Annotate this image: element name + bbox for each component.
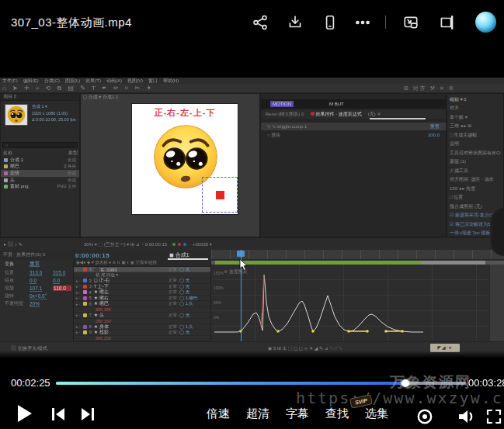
transform-rows: 位置313.0315.0锚点0.00.0缩放107.1110.0旋转0x+0.0… <box>0 268 73 307</box>
props-row: 130 ◂ ▸ 角度 <box>447 183 503 192</box>
mobile-play-icon[interactable] <box>322 14 339 31</box>
playlist-button[interactable]: 选集 <box>365 407 388 421</box>
ae-toolbar-right: ⊞ 对齐 ⚒ ✕ ⚙ <box>404 85 455 92</box>
fullscreen-icon[interactable] <box>486 409 502 424</box>
resolution-dropdown[interactable]: +00030 ▾ <box>193 242 212 247</box>
quality-button[interactable]: 超清 <box>246 407 269 421</box>
comp-text-layer: 正-右-左-上-下 <box>132 107 238 119</box>
subtitles-button[interactable]: 字幕 <box>286 407 309 421</box>
progress-played <box>56 382 405 385</box>
ae-project-panel: 项目 ≡ 合成 1 ▾1920 x 1080 (1.00)Δ 0:00:10:0… <box>0 93 80 237</box>
fx-tab-active[interactable]: 效果控件 · 速度表达式 <box>311 112 362 117</box>
fx-property-row[interactable]: ○ 滑块100.0 <box>261 131 446 139</box>
viewer-footer-icons[interactable]: ▸ ⬛ ⌕ ✎ <box>4 242 23 247</box>
project-search-input[interactable]: ⌕ <box>2 142 78 148</box>
channel-blue-dot[interactable] <box>183 243 186 246</box>
video-title: 307_03-整体动画.mp4 <box>11 16 132 30</box>
transform-properties-panel: 变换 重置 位置313.0315.0锚点0.00.0缩放107.1110.0旋转… <box>0 260 74 341</box>
play-button[interactable] <box>17 404 33 423</box>
speed-graph-curve <box>211 270 489 335</box>
download-icon[interactable] <box>287 14 304 31</box>
timeline-footer: ⬛ 切换开关/模式 ◉ ≡ ⊞ ⚓ ⬚ ◻ ◻ ⊹ ✦ ◢ ✎ ⊿ ⟍ ⟋ ⟍ <box>0 341 504 354</box>
props-row: □ 生成关键帧 <box>447 130 503 139</box>
ae-effects-panel: MOTION M BUT Rend·(独立图表) ≡ 效果控件 · 速度表达式 … <box>260 93 447 237</box>
project-item[interactable]: 素材.pngPNG 文件 <box>1 183 79 190</box>
graph-tool-icons[interactable]: ◉ ≡ ⊞ ⚓ ⬚ ◻ ◻ ⊹ ✦ ◢ ✎ ⊿ ⟍ ⟋ ⟍ <box>268 346 342 351</box>
timeline-timecode[interactable]: 0:00:00:15 <box>75 252 109 259</box>
side-panel-handle[interactable] <box>490 208 504 256</box>
graph-scroll-strip[interactable] <box>489 265 504 341</box>
props-row: □ 位置 <box>447 192 503 202</box>
fx-tab-close[interactable]: (无) ✕ <box>368 112 381 117</box>
props-row: 对齐图层: 选区 · 场本 <box>447 175 503 184</box>
zoom-level-dropdown[interactable]: 30% ▾ ⬚ (三分之一) ▾ ⊞ ⊿ ◔ 0:00:00:15 <box>84 242 167 247</box>
find-button[interactable]: 查找 <box>325 407 349 421</box>
comp-viewer-tabs[interactable]: ◻ 合成 ▾ 合成1 ≡ <box>83 94 119 101</box>
project-thumbnail <box>5 104 28 126</box>
fx-purple-chip[interactable]: MOTION <box>270 101 294 107</box>
timeline-layer-row[interactable]: 300,150 <box>74 336 210 341</box>
project-item[interactable]: 表情合成 <box>1 170 79 177</box>
keyframe-dot <box>347 330 350 333</box>
props-tab[interactable]: 磁贴 ▾ ≡ <box>447 94 503 103</box>
transform-row[interactable]: 锚点0.00.0 <box>0 276 73 284</box>
next-episode-button[interactable] <box>79 407 96 422</box>
props-row: 三维 ◂ ▸ ⊞ <box>447 121 503 130</box>
project-item-info: 合成 1 ▾1920 x 1080 (1.00)Δ 0:00:10:00, 25… <box>32 104 76 122</box>
emoji-thumb <box>7 106 26 124</box>
theater-mode-icon[interactable] <box>438 14 455 31</box>
effect-panel-tab[interactable]: 平滑 · 效果控件(S) ≡ <box>3 252 46 258</box>
channel-green-dot[interactable] <box>172 243 176 246</box>
total-duration: 00:03:28 <box>468 377 504 389</box>
mini-player-icon[interactable] <box>402 14 419 31</box>
transform-reset[interactable]: 重置 <box>30 261 48 268</box>
project-item[interactable]: 合成 1合成 <box>1 157 79 164</box>
comp-canvas[interactable]: 正-右-左-上-下 <box>132 104 238 214</box>
progress-thumb[interactable] <box>401 379 409 387</box>
timeline-layer-row[interactable]: ●◦6★ 嘴巴正常◯ 1.头 <box>74 301 210 306</box>
timeline-layer-row[interactable]: ●◦7★ 头正常◯ 无 <box>74 313 210 318</box>
topbar-divider <box>385 16 386 29</box>
mouse-cursor <box>239 259 249 272</box>
keyframe-dot <box>366 330 369 333</box>
project-item[interactable]: 嘴巴文件夹 <box>1 164 79 171</box>
keyframe-dot <box>276 330 280 333</box>
record-dot-icon <box>311 112 315 116</box>
transform-row[interactable]: 旋转0x+0.0° <box>0 292 73 299</box>
channel-red-dot[interactable] <box>178 243 181 246</box>
props-rows: 对齐单个帧 ▾三维 ◂ ▸ ⊞□ 生成关键帧说明工具仅对形状图层有效Ci蒙版 (… <box>447 103 503 210</box>
layer-rows: ●◦1⬛ E..1993正常◯ 无格 尾 回放 ▾●◦2◻ 正-右正常◯ 无●◦… <box>74 267 210 341</box>
volume-icon[interactable] <box>457 408 477 425</box>
props-row: 单个帧 ▾ <box>447 112 503 121</box>
fx-tab-left[interactable]: Rend·(独立图表) ≡ <box>266 112 304 117</box>
viewer-footer-strip: ▸ ⬛ ⌕ ✎ 30% ▾ ⬚ (三分之一) ▾ ⊞ ⊿ ◔ 0:00:00:1… <box>0 237 504 250</box>
text-controls: 倍速 超清 字幕 查找 选集 <box>207 407 408 421</box>
layer-columns-header: ◉◀● ◆ # 源名称 ♦ ※ fx ▣ ◐ ◉ 父级和链接 <box>74 260 210 267</box>
ae-tool-icons: ⌂ ➤ ✛ ⌕ ⟲ ⧉ ▤ ✎ T ✒ ✏ ⌗ ✂ ✦ <box>2 85 154 92</box>
cast-icon[interactable] <box>416 408 433 425</box>
transform-row[interactable]: 缩放107.1110.0 <box>0 284 73 292</box>
fx-chip-label: M BUT <box>329 102 344 107</box>
timeline-ruler[interactable] <box>211 250 504 260</box>
fx-property-row[interactable]: ▽ ∿ wiggle.comp.1重置 <box>261 123 446 130</box>
user-avatar[interactable] <box>475 12 496 33</box>
graph-mini-toolbar[interactable]: ◤◢◦● <box>430 344 460 352</box>
props-row: 蒙版 (1) <box>447 157 503 166</box>
timeline-layer-row[interactable]: ●◦9★ 投影正常◯ 无 <box>74 330 210 335</box>
playback-speed-button[interactable]: 倍速 <box>207 407 230 421</box>
transform-header[interactable]: 变换 <box>5 261 25 268</box>
previous-episode-button[interactable] <box>50 407 67 422</box>
keyframe-dot <box>401 330 404 333</box>
keyframe-dot <box>384 330 388 333</box>
transform-row[interactable]: 不透明度20% <box>0 299 73 307</box>
more-icon[interactable] <box>354 14 371 31</box>
video-frame[interactable]: 文件(F)编辑(E)合成(C)图层(L)效果(T)动画(A)视图(V)窗口帮助(… <box>0 78 504 358</box>
red-shape-layer[interactable] <box>216 191 224 199</box>
ae-toolbar: ⌂ ➤ ✛ ⌕ ⟲ ⧉ ▤ ✎ T ✒ ✏ ⌗ ✂ ✦ ⊞ 对齐 ⚒ ✕ ⚙ <box>0 84 504 93</box>
project-item[interactable]: 头合成 <box>1 177 79 184</box>
share-icon[interactable] <box>252 14 269 31</box>
toggle-switches-label[interactable]: ⬛ 切换开关/模式 <box>11 346 47 351</box>
props-row: 人偶工具 <box>447 165 503 175</box>
project-tab[interactable]: 项目 ≡ <box>1 94 79 101</box>
transform-row[interactable]: 位置313.0315.0 <box>0 268 73 276</box>
